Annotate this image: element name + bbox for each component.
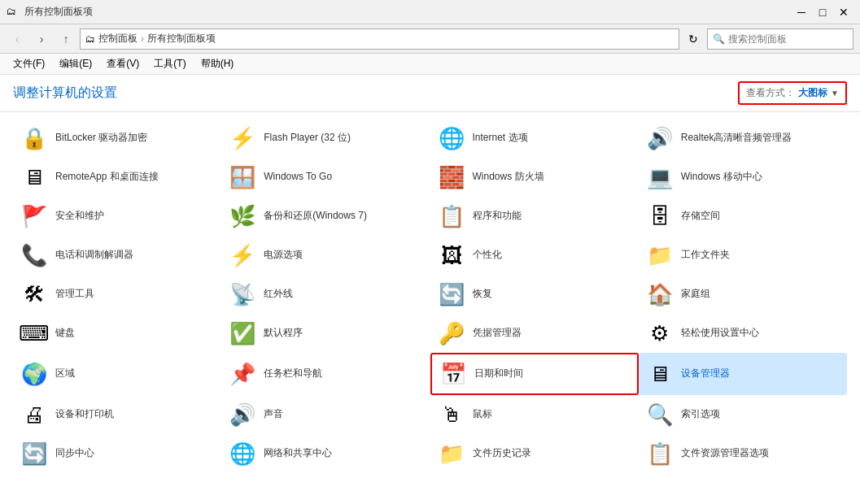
control-panel-item-default-programs[interactable]: ✅ 默认程序 bbox=[221, 314, 430, 353]
control-panel-item-programs[interactable]: 📋 程序和功能 bbox=[430, 197, 639, 236]
recovery-label: 恢复 bbox=[473, 288, 492, 301]
mouse-icon: 🖱 bbox=[437, 400, 466, 429]
control-panel-item-personalize[interactable]: 🖼 个性化 bbox=[430, 236, 639, 275]
back-button[interactable]: ‹ bbox=[7, 28, 28, 50]
control-panel-item-work-folder[interactable]: 📁 工作文件夹 bbox=[639, 236, 847, 275]
datetime-icon: 📅 bbox=[439, 359, 468, 389]
menu-tools[interactable]: 工具(T) bbox=[147, 55, 192, 72]
window-controls: ─ □ ✕ bbox=[792, 2, 853, 22]
remoteapp-icon: 🖥 bbox=[20, 163, 49, 192]
homegroup-label: 家庭组 bbox=[681, 288, 710, 301]
control-panel-item-internet-options[interactable]: 🌐 Internet 选项 bbox=[430, 119, 639, 158]
refresh-button[interactable]: ↻ bbox=[683, 28, 704, 50]
window-title: 所有控制面板项 bbox=[24, 5, 792, 19]
control-panel-item-realtek[interactable]: 🔊 Realtek高清晰音频管理器 bbox=[639, 119, 847, 158]
backup-icon: 🌿 bbox=[228, 202, 257, 231]
sync-label: 同步中心 bbox=[55, 447, 94, 460]
network-label: 网络和共享中心 bbox=[264, 447, 332, 460]
control-panel-item-admin-tools[interactable]: 🛠 管理工具 bbox=[13, 275, 221, 314]
navigation-bar: ‹ › ↑ 🗂 控制面板 › 所有控制面板项 ↻ 🔍 bbox=[0, 24, 860, 54]
control-panel-item-network[interactable]: 🌐 网络和共享中心 bbox=[221, 434, 430, 473]
control-panel-item-region[interactable]: 🌍 区域 bbox=[13, 353, 221, 395]
menu-help[interactable]: 帮助(H) bbox=[194, 55, 241, 72]
menu-edit[interactable]: 编辑(E) bbox=[53, 55, 98, 72]
remoteapp-label: RemoteApp 和桌面连接 bbox=[55, 171, 159, 184]
page-title: 调整计算机的设置 bbox=[13, 85, 117, 102]
windows-to-go-label: Windows To Go bbox=[264, 171, 332, 184]
view-mode-dropdown-icon[interactable]: ▼ bbox=[831, 89, 839, 98]
control-panel-item-devices-printers[interactable]: 🖨 设备和打印机 bbox=[13, 395, 221, 434]
control-panel-item-windows-to-go[interactable]: 🪟 Windows To Go bbox=[221, 158, 430, 197]
view-mode-label: 查看方式： bbox=[746, 86, 795, 100]
backup-label: 备份和还原(Windows 7) bbox=[264, 210, 367, 223]
address-folder-icon: 🗂 bbox=[85, 33, 95, 45]
control-panel-item-bitlocker[interactable]: 🔒 BitLocker 驱动器加密 bbox=[13, 119, 221, 158]
control-panel-item-file-history[interactable]: 📁 文件历史记录 bbox=[430, 434, 639, 473]
recovery-icon: 🔄 bbox=[437, 280, 466, 309]
control-panel-item-windows-firewall[interactable]: 🧱 Windows 防火墙 bbox=[430, 158, 639, 197]
flash-player-icon: ⚡ bbox=[228, 124, 257, 153]
windows-firewall-icon: 🧱 bbox=[437, 163, 466, 192]
search-input[interactable] bbox=[728, 33, 850, 45]
homegroup-icon: 🏠 bbox=[645, 280, 674, 309]
menu-file[interactable]: 文件(F) bbox=[7, 55, 51, 72]
control-panel-item-file-explorer-options[interactable]: 📋 文件资源管理器选项 bbox=[639, 434, 847, 473]
control-panel-item-sync[interactable]: 🔄 同步中心 bbox=[13, 434, 221, 473]
control-panel-item-flash-player[interactable]: ⚡ Flash Player (32 位) bbox=[221, 119, 430, 158]
control-panel-item-security[interactable]: 🚩 安全和维护 bbox=[13, 197, 221, 236]
sound-label: 声音 bbox=[264, 408, 283, 421]
control-panel-item-device-manager[interactable]: 🖥 设备管理器 bbox=[639, 353, 847, 395]
content-header: 调整计算机的设置 查看方式： 大图标 ▼ bbox=[0, 75, 860, 112]
items-grid: 🔒 BitLocker 驱动器加密 ⚡ Flash Player (32 位) … bbox=[13, 119, 847, 473]
maximize-button[interactable]: □ bbox=[813, 2, 832, 22]
realtek-label: Realtek高清晰音频管理器 bbox=[681, 132, 792, 145]
control-panel-item-indexing[interactable]: 🔍 索引选项 bbox=[639, 395, 847, 434]
storage-label: 存储空间 bbox=[681, 210, 720, 223]
minimize-button[interactable]: ─ bbox=[792, 2, 811, 22]
search-icon: 🔍 bbox=[713, 33, 725, 45]
taskbar-icon: 📌 bbox=[228, 359, 257, 389]
control-panel-item-storage[interactable]: 🗄 存储空间 bbox=[639, 197, 847, 236]
close-button[interactable]: ✕ bbox=[834, 2, 853, 22]
infrared-label: 红外线 bbox=[264, 288, 293, 301]
control-panel-item-datetime[interactable]: 📅 日期和时间 bbox=[430, 353, 639, 395]
control-panel-item-taskbar[interactable]: 📌 任务栏和导航 bbox=[221, 353, 430, 395]
internet-options-icon: 🌐 bbox=[437, 124, 466, 153]
control-panel-item-mouse[interactable]: 🖱 鼠标 bbox=[430, 395, 639, 434]
windows-mobile-label: Windows 移动中心 bbox=[681, 171, 762, 184]
menu-bar: 文件(F) 编辑(E) 查看(V) 工具(T) 帮助(H) bbox=[0, 54, 860, 75]
power-label: 电源选项 bbox=[264, 249, 303, 262]
mouse-label: 鼠标 bbox=[473, 408, 492, 421]
forward-button[interactable]: › bbox=[31, 28, 52, 50]
sound-icon: 🔊 bbox=[228, 400, 257, 429]
control-panel-item-sound[interactable]: 🔊 声音 bbox=[221, 395, 430, 434]
file-history-icon: 📁 bbox=[437, 439, 466, 468]
control-panel-item-homegroup[interactable]: 🏠 家庭组 bbox=[639, 275, 847, 314]
view-mode-selector[interactable]: 查看方式： 大图标 ▼ bbox=[738, 81, 847, 105]
region-icon: 🌍 bbox=[20, 359, 49, 389]
menu-view[interactable]: 查看(V) bbox=[100, 55, 146, 72]
credentials-label: 凭据管理器 bbox=[473, 327, 522, 340]
control-panel-item-ease-of-access[interactable]: ⚙ 轻松使用设置中心 bbox=[639, 314, 847, 353]
address-current[interactable]: 所有控制面板项 bbox=[147, 32, 216, 46]
region-label: 区域 bbox=[55, 367, 75, 380]
up-button[interactable]: ↑ bbox=[55, 28, 76, 50]
control-panel-item-credentials[interactable]: 🔑 凭据管理器 bbox=[430, 314, 639, 353]
address-root[interactable]: 控制面板 bbox=[98, 32, 138, 46]
personalize-icon: 🖼 bbox=[437, 241, 466, 270]
work-folder-icon: 📁 bbox=[645, 241, 674, 270]
control-panel-item-backup[interactable]: 🌿 备份和还原(Windows 7) bbox=[221, 197, 430, 236]
control-panel-item-remoteapp[interactable]: 🖥 RemoteApp 和桌面连接 bbox=[13, 158, 221, 197]
programs-icon: 📋 bbox=[437, 202, 466, 231]
security-icon: 🚩 bbox=[20, 202, 49, 231]
control-panel-item-infrared[interactable]: 📡 红外线 bbox=[221, 275, 430, 314]
view-mode-value[interactable]: 大图标 bbox=[798, 86, 827, 100]
control-panel-item-power[interactable]: ⚡ 电源选项 bbox=[221, 236, 430, 275]
control-panel-item-phone-modem[interactable]: 📞 电话和调制解调器 bbox=[13, 236, 221, 275]
control-panel-item-keyboard[interactable]: ⌨ 键盘 bbox=[13, 314, 221, 353]
admin-tools-icon: 🛠 bbox=[20, 280, 49, 309]
phone-modem-icon: 📞 bbox=[20, 241, 49, 270]
storage-icon: 🗄 bbox=[645, 202, 674, 231]
control-panel-item-recovery[interactable]: 🔄 恢复 bbox=[430, 275, 639, 314]
control-panel-item-windows-mobile[interactable]: 💻 Windows 移动中心 bbox=[639, 158, 847, 197]
